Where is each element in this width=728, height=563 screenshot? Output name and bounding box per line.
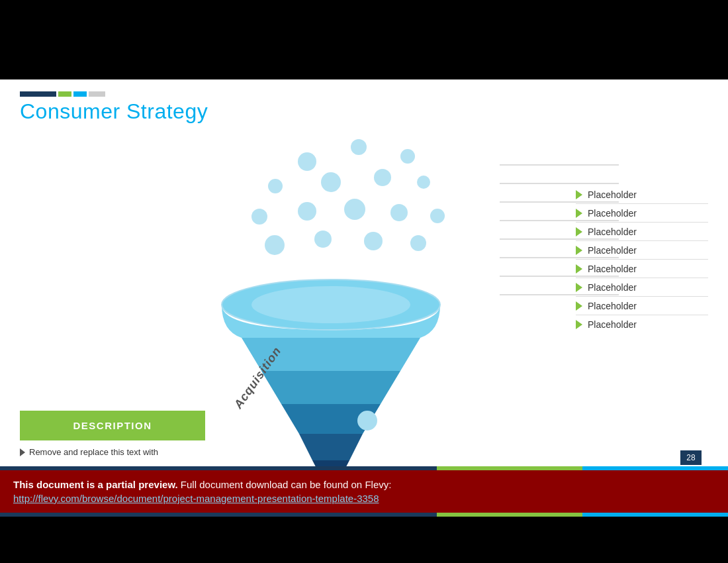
svg-point-2 — [251, 286, 410, 323]
placeholder-list: PlaceholderPlaceholderPlaceholderPlaceho… — [576, 185, 708, 334]
placeholder-arrow-icon — [576, 190, 582, 199]
bottom-accent-bar — [0, 513, 728, 517]
preview-banner-text: This document is a partial preview. Full… — [13, 477, 715, 493]
bubble — [344, 199, 365, 220]
placeholder-item: Placeholder — [576, 223, 708, 241]
preview-bold-text: This document is a partial preview. — [13, 479, 178, 490]
placeholder-item: Placeholder — [576, 297, 708, 315]
preview-regular-text: Full document download can be found on F… — [178, 479, 392, 490]
placeholder-item: Placeholder — [576, 315, 708, 334]
bubble — [265, 235, 285, 255]
bubble — [298, 202, 316, 221]
placeholder-item: Placeholder — [576, 204, 708, 223]
placeholder-arrow-icon — [576, 209, 582, 218]
header-bar — [20, 91, 105, 97]
page-number: 28 — [680, 450, 702, 465]
description-item: Remove and replace this text with — [20, 447, 205, 457]
funnel-svg — [205, 278, 457, 470]
bubble — [298, 152, 316, 171]
placeholder-text: Placeholder — [588, 264, 637, 274]
placeholder-arrow-icon — [576, 264, 582, 274]
funnel-area: Acquisition — [185, 132, 503, 470]
description-text: Remove and replace this text with — [29, 447, 158, 457]
bubble — [321, 172, 341, 192]
placeholder-arrow-icon — [576, 246, 582, 255]
bubble — [410, 235, 426, 251]
desc-arrow-icon — [20, 448, 25, 456]
description-button: DESCRIPTION — [20, 411, 205, 440]
bubble — [390, 204, 408, 221]
placeholder-text: Placeholder — [588, 282, 637, 293]
placeholder-arrow-icon — [576, 320, 582, 329]
bottom-bar-green — [437, 513, 582, 517]
bubble — [374, 169, 391, 186]
bubble — [351, 139, 367, 155]
placeholder-text: Placeholder — [588, 319, 637, 330]
placeholder-text: Placeholder — [588, 301, 637, 311]
bottom-black-area — [0, 513, 728, 563]
placeholder-item: Placeholder — [576, 260, 708, 278]
preview-banner: This document is a partial preview. Full… — [0, 470, 728, 513]
top-black-bar — [0, 0, 728, 79]
placeholder-arrow-icon — [576, 227, 582, 236]
placeholder-item: Placeholder — [576, 278, 708, 297]
placeholder-text: Placeholder — [588, 189, 637, 200]
bar-segment-4 — [89, 91, 105, 97]
bubble — [364, 232, 383, 250]
bottom-bar-dark — [0, 513, 437, 517]
bubble-bottom — [357, 411, 377, 431]
description-box: DESCRIPTION Remove and replace this text… — [20, 411, 205, 457]
placeholder-text: Placeholder — [588, 227, 637, 237]
bar-segment-1 — [20, 91, 56, 97]
bar-segment-3 — [73, 91, 87, 97]
placeholder-item: Placeholder — [576, 185, 708, 204]
slide-title: Consumer Strategy — [20, 99, 208, 124]
bar-segment-2 — [58, 91, 71, 97]
slide-wrapper: Consumer Strategy — [0, 79, 728, 470]
bubble — [268, 179, 283, 193]
bottom-bar-blue — [582, 513, 728, 517]
bubble — [430, 209, 445, 223]
placeholder-arrow-icon — [576, 283, 582, 292]
placeholder-arrow-icon — [576, 301, 582, 311]
bubble — [314, 230, 332, 248]
placeholder-item: Placeholder — [576, 241, 708, 260]
placeholder-text: Placeholder — [588, 245, 637, 256]
preview-banner-link[interactable]: http://flevy.com/browse/document/project… — [13, 493, 379, 504]
bubble — [400, 149, 415, 164]
placeholder-text: Placeholder — [588, 208, 637, 219]
bubble — [251, 209, 267, 225]
bubble — [417, 176, 430, 189]
